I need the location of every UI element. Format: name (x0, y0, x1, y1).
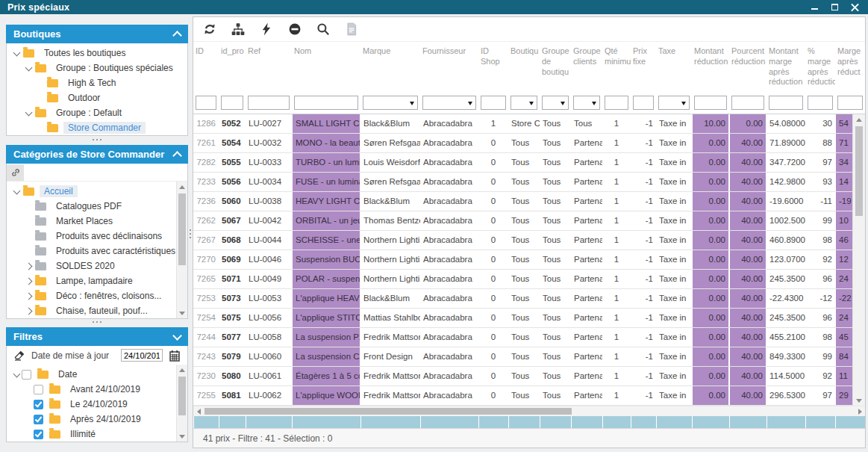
table-row[interactable]: 72365060LU-0038HEAVY LIGHT ColBlack&Blum… (193, 192, 852, 211)
table-cell[interactable]: Tous (508, 328, 540, 347)
boutiques-item-label[interactable]: Groupe : Boutiques spéciales (51, 62, 178, 74)
filter-dropdown[interactable] (573, 96, 600, 110)
scroll-left-icon[interactable] (193, 406, 204, 416)
table-cell[interactable]: Partena (571, 192, 602, 211)
block-icon[interactable] (288, 22, 302, 36)
categories-tree-item[interactable]: Produits avec déclinaisons (7, 229, 176, 244)
table-cell[interactable]: 40.00 (729, 386, 766, 405)
table-cell[interactable]: Taxe in (656, 153, 692, 172)
table-cell[interactable]: Taxe in (656, 328, 692, 347)
expander-down-icon[interactable] (11, 52, 22, 55)
table-cell[interactable]: 245.3500 (766, 309, 805, 327)
table-cell[interactable]: -1 (631, 270, 656, 288)
table-cell[interactable]: LU-0060 (246, 347, 292, 366)
table-cell[interactable]: LU-0056 (246, 309, 292, 327)
filtres-tree-item[interactable]: Après 24/10/2019 (7, 412, 176, 427)
panel-splitter[interactable] (6, 136, 188, 143)
table-row[interactable]: 72445077LU-0058La suspension PXFredrik M… (193, 328, 852, 347)
boutiques-tree-item[interactable]: Groupe : Boutiques spéciales (7, 61, 187, 75)
table-cell[interactable]: 114.5000 (766, 367, 805, 386)
checkbox-checked[interactable] (34, 430, 43, 439)
table-cell[interactable]: 5069 (219, 250, 246, 269)
collapse-panel-icon[interactable] (172, 151, 182, 161)
table-cell[interactable]: -1 (631, 173, 656, 191)
column-header[interactable]: Montant réduction (692, 46, 729, 91)
column-header[interactable]: ID (193, 46, 219, 91)
table-cell[interactable]: LU-0034 (246, 173, 292, 191)
table-cell[interactable]: 1002.500 (766, 211, 805, 230)
table-cell[interactable]: Fredrik Mattson (360, 367, 420, 386)
table-cell[interactable]: LU-0033 (246, 153, 292, 172)
table-cell[interactable]: Taxe in (656, 134, 692, 152)
link-icon[interactable] (7, 164, 24, 181)
table-cell[interactable]: Étagères 1 à 5 col (292, 367, 360, 386)
table-cell[interactable]: Tous (508, 211, 540, 230)
table-cell[interactable]: 40.00 (729, 153, 766, 172)
table-cell[interactable]: L'applique STITCH (292, 309, 360, 327)
table-cell[interactable]: L'applique WOOD (292, 386, 360, 405)
categories-item-label[interactable]: Chaise, fauteuil, pouf... (51, 305, 152, 317)
table-cell[interactable]: 71.89000 (766, 134, 805, 152)
table-cell[interactable]: 97 (805, 153, 835, 172)
table-cell[interactable]: Black&Blum (360, 114, 420, 133)
categories-item-label[interactable]: Produits avec caractéristiques (51, 245, 176, 257)
table-cell[interactable]: -1 (631, 347, 656, 366)
table-cell[interactable]: Tous (508, 134, 540, 152)
maximize-icon[interactable] (831, 3, 839, 11)
filter-input[interactable] (481, 96, 506, 110)
checkbox-checked[interactable] (34, 415, 43, 424)
column-header[interactable]: Taxe (656, 46, 692, 91)
table-cell[interactable]: 5068 (219, 231, 246, 250)
table-row[interactable]: 72705069LU-0046Suspension BUCKNorthern L… (193, 250, 852, 270)
filtres-tree-item[interactable]: Avant 24/10/2019 (7, 382, 176, 397)
table-cell[interactable]: 11 (835, 367, 852, 386)
table-cell[interactable]: 5079 (219, 347, 246, 366)
table-cell[interactable]: Northern Lightir (360, 231, 420, 250)
table-cell[interactable]: 10 (835, 211, 852, 230)
table-cell[interactable]: 7243 (193, 347, 219, 366)
table-cell[interactable]: 0.00 (692, 309, 729, 327)
column-header[interactable]: Montant marge après réduction (766, 46, 805, 91)
table-cell[interactable]: 40.00 (729, 192, 766, 211)
table-cell[interactable]: 5056 (219, 173, 246, 191)
table-cell[interactable]: 40.00 (729, 289, 766, 308)
boutiques-item-label[interactable]: Toutes les boutiques (40, 47, 130, 59)
table-cell[interactable]: 1 (602, 114, 631, 133)
column-header[interactable]: Boutiqu (508, 46, 540, 91)
scrollbar-thumb[interactable] (178, 377, 186, 415)
table-cell[interactable]: LU-0038 (246, 192, 292, 211)
filtres-scrollbar[interactable] (176, 365, 187, 442)
scroll-up-icon[interactable] (177, 365, 187, 375)
table-cell[interactable]: 0 (478, 386, 508, 405)
categories-tree-item[interactable]: Chaise, fauteuil, pouf... (7, 303, 176, 318)
scroll-up-icon[interactable] (177, 182, 187, 192)
table-cell[interactable]: 5055 (219, 153, 246, 172)
table-cell[interactable]: Taxe in (656, 231, 692, 250)
table-cell[interactable]: 0.00 (692, 153, 729, 172)
column-header[interactable]: Prix fixe (631, 46, 656, 91)
table-cell[interactable]: LU-0058 (246, 328, 292, 347)
table-cell[interactable]: -1 (631, 250, 656, 269)
categories-tree-item[interactable]: Lampe, lampadaire (7, 273, 176, 288)
table-cell[interactable]: POLAR - suspensi (292, 270, 360, 288)
table-cell[interactable]: LU-0046 (246, 250, 292, 269)
table-cell[interactable]: Fredrik Mattson (360, 386, 420, 405)
column-header[interactable]: Qté minimu (602, 46, 631, 91)
table-row[interactable]: 72335056LU-0034FUSE - un luminaiSøren Re… (193, 173, 852, 192)
table-cell[interactable]: 7261 (193, 134, 219, 152)
table-cell[interactable]: 5060 (219, 192, 246, 211)
filtres-tree-item[interactable]: Le 24/10/2019 (7, 397, 176, 412)
table-cell[interactable]: 97 (805, 386, 835, 405)
table-cell[interactable]: Mattias Stahlbo (360, 309, 420, 327)
table-row[interactable]: 72535073LU-0053L'applique HEAVYBlack&Blu… (193, 289, 852, 309)
scrollbar-thumb[interactable] (178, 194, 186, 265)
boutiques-tree-item[interactable]: Store Commander (7, 120, 187, 135)
table-cell[interactable]: Tous (540, 114, 571, 133)
table-cell[interactable]: 1 (602, 309, 631, 327)
table-cell[interactable]: 142.9800 (766, 173, 805, 191)
table-row[interactable]: 12865052LU-0027SMALL LIGHT COBlack&BlumA… (193, 114, 852, 134)
table-cell[interactable]: Partena (571, 153, 602, 172)
column-header[interactable]: Pourcent réduction (729, 46, 766, 91)
table-cell[interactable]: 40.00 (729, 347, 766, 366)
table-cell[interactable]: -1 (631, 134, 656, 152)
